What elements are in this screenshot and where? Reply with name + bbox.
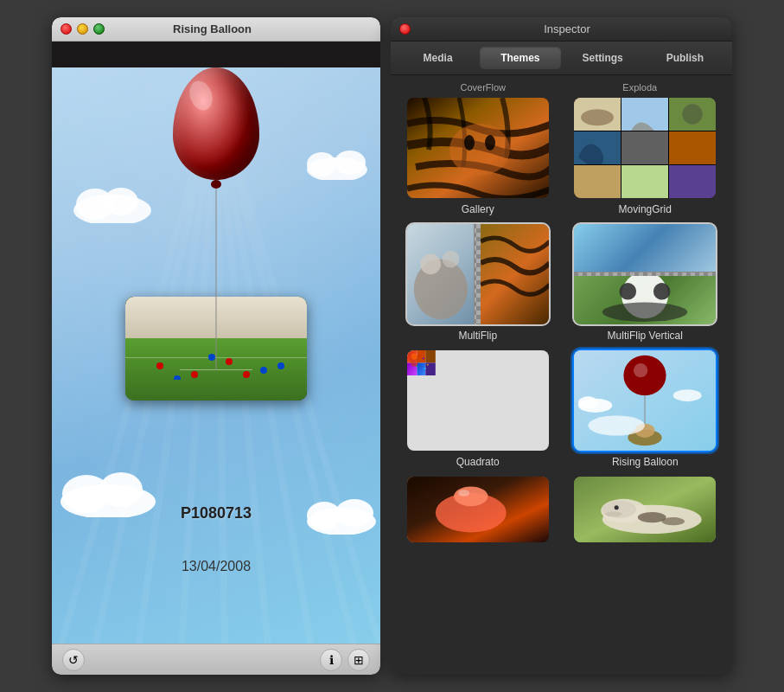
rising-balloon-label: Rising Balloon [612,456,679,468]
mg-cell-5-svg [621,131,668,164]
multiflip-vertical-thumbnail[interactable] [572,222,717,326]
mg-cell-9 [669,165,716,198]
inspector-title: Inspector [411,22,723,35]
app-container: Rising Balloon [0,0,784,692]
svg-point-95 [662,517,685,525]
svg-point-21 [104,188,138,215]
gallery-label: Gallery [462,203,494,215]
svg-point-98 [615,505,619,509]
tab-bar: Media Themes Settings Publish [391,42,732,75]
svg-point-97 [605,511,622,516]
svg-rect-70 [423,358,424,359]
mg-cell-8 [621,165,668,198]
quadrato-label: Quadrato [456,456,500,468]
svg-point-89 [454,486,488,506]
theme-gallery[interactable]: Gallery [398,96,558,215]
grid-button[interactable]: ⊞ [347,649,370,671]
photo-title: P1080713 [181,504,252,522]
mg-cell-1-svg [574,98,621,131]
theme-flamingo[interactable] [398,475,558,544]
gallery-thumb-visual [407,98,549,198]
tab-media[interactable]: Media [398,47,478,69]
svg-point-17 [243,371,250,378]
theme-moving-grid[interactable]: MovingGrid [565,96,726,215]
window-content: // This will be rendered via inline styl… [52,42,380,644]
mg-cell-9-svg [669,165,716,198]
balloon-body [173,67,259,180]
svg-rect-72 [427,364,429,365]
moving-grid-thumbnail[interactable] [572,96,717,200]
mg-cell-4-svg [574,131,621,164]
window-toolbar: ↺ ℹ ⊞ [52,644,380,675]
cloud-svg-3 [56,465,160,517]
panda-svg [574,276,716,324]
svg-point-39 [683,104,703,124]
moving-grid-visual [574,98,716,198]
flamingo-thumbnail[interactable] [405,475,551,544]
mg-cell-3-svg [669,98,716,131]
svg-point-79 [634,363,647,377]
theme-quadrato[interactable]: Quadrato [398,349,558,468]
svg-point-36 [581,109,614,125]
snow-svg [407,224,475,324]
inspector-close-button[interactable] [399,23,411,35]
multiflip-vertical-label: MultiFlip Vertical [608,330,683,342]
cloud-upper-left [69,180,156,227]
cow-visual [574,477,716,542]
tab-settings[interactable]: Settings [563,47,643,69]
titlebar: Rising Balloon [52,17,380,42]
refresh-button[interactable]: ↺ [62,649,85,671]
svg-rect-74 [424,368,425,368]
theme-cow[interactable] [565,475,726,544]
info-button[interactable]: ℹ [320,649,342,671]
tiger-svg [481,224,549,324]
cloud-svg-4 [303,491,380,535]
mg-cell-4 [574,131,621,164]
svg-point-27 [99,472,143,507]
svg-point-30 [335,499,373,527]
photo-date: 13/04/2008 [182,559,251,574]
rising-balloon-visual [574,350,716,451]
svg-point-94 [638,512,666,522]
svg-rect-69 [418,356,420,356]
tab-themes[interactable]: Themes [480,47,560,69]
svg-rect-65 [425,350,435,363]
mg-cell-3 [669,98,716,131]
cloud-svg-1 [69,180,156,223]
svg-point-34 [485,135,495,151]
theme-multiflip[interactable]: MultiFlip [398,222,558,342]
mfv-top-panel [574,224,716,272]
svg-rect-43 [574,165,621,198]
exploda-label: Exploda [562,82,719,93]
quadrato-thumbnail[interactable] [405,349,551,452]
inspector-titlebar: Inspector [391,17,732,42]
themes-content[interactable]: CoverFlow Exploda [391,75,732,675]
mg-cell-5 [621,131,668,164]
theme-rising-balloon[interactable]: Rising Balloon [565,349,726,468]
flamingo-svg [407,477,549,542]
multiflip-label: MultiFlip [458,330,497,342]
theme-multiflip-vertical[interactable]: MultiFlip Vertical [565,222,726,342]
gallery-thumbnail[interactable] [405,96,551,200]
svg-rect-42 [669,131,716,164]
balloon-knot [211,180,221,189]
mg-cell-7-svg [574,165,621,198]
svg-point-33 [464,135,475,151]
rising-balloon-thumbnail[interactable] [572,349,717,452]
svg-point-61 [653,283,671,300]
cloud-lower-right [303,491,380,538]
multiflip-thumbnail[interactable] [405,222,551,326]
svg-point-14 [260,367,267,374]
cow-thumbnail[interactable] [572,475,717,544]
mg-cell-6 [669,131,716,164]
rb-svg [574,350,716,451]
mg-cell-1 [574,98,621,131]
tab-publish[interactable]: Publish [645,47,725,69]
top-label-row: CoverFlow Exploda [398,82,725,96]
svg-point-83 [673,389,702,401]
svg-point-53 [442,251,459,268]
mf-tiger-panel [481,224,549,324]
svg-rect-45 [669,165,716,198]
mg-cell-2-svg [621,98,668,131]
toolbar-right: ℹ ⊞ [320,649,370,671]
